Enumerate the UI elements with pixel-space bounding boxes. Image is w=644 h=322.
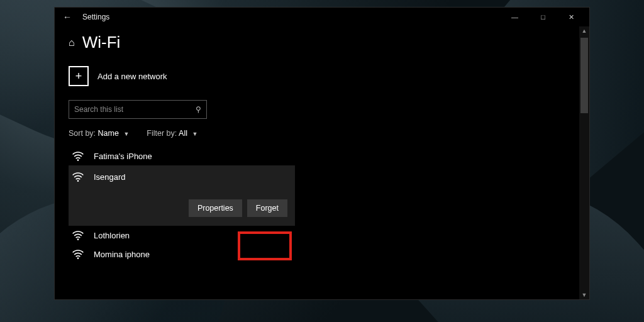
- home-icon[interactable]: ⌂: [69, 37, 75, 48]
- network-name: Isengard: [94, 172, 126, 182]
- network-item-selected[interactable]: Isengard Properties Forget: [69, 165, 295, 226]
- chevron-down-icon: ▼: [123, 131, 129, 137]
- close-button[interactable]: ✕: [557, 8, 586, 26]
- svg-point-2: [77, 238, 79, 240]
- search-box[interactable]: ⚲: [69, 100, 207, 119]
- titlebar: ← Settings — □ ✕: [55, 8, 589, 26]
- wifi-icon: [71, 230, 85, 240]
- svg-point-3: [77, 257, 79, 259]
- plus-icon: +: [69, 66, 89, 86]
- filter-by[interactable]: Filter by: All ▼: [147, 129, 197, 138]
- scroll-thumb[interactable]: [580, 38, 588, 113]
- sort-label: Sort by:: [69, 129, 96, 138]
- add-network-row[interactable]: + Add a new network: [69, 66, 589, 86]
- sort-value: Name: [98, 129, 119, 138]
- forget-button[interactable]: Forget: [247, 199, 287, 217]
- filter-value: All: [179, 129, 187, 138]
- back-button[interactable]: ←: [60, 12, 75, 22]
- app-title: Settings: [82, 13, 109, 21]
- minimize-button[interactable]: —: [501, 8, 529, 26]
- chevron-down-icon: ▼: [192, 131, 197, 137]
- search-input[interactable]: [74, 105, 196, 114]
- settings-window: ← Settings — □ ✕ ⌂ Wi-Fi + Add a new net…: [54, 7, 590, 300]
- svg-point-1: [77, 180, 79, 182]
- wifi-icon: [71, 172, 85, 182]
- scroll-up-icon[interactable]: ▲: [579, 28, 589, 34]
- wifi-icon: [71, 151, 85, 161]
- sort-by[interactable]: Sort by: Name ▼: [69, 129, 129, 138]
- add-network-label: Add a new network: [97, 72, 167, 81]
- maximize-button[interactable]: □: [529, 8, 557, 26]
- properties-button[interactable]: Properties: [189, 199, 242, 217]
- network-name: Lothlorien: [94, 231, 130, 240]
- search-icon[interactable]: ⚲: [196, 105, 201, 114]
- scroll-down-icon[interactable]: ▼: [579, 292, 589, 298]
- scrollbar[interactable]: ▲ ▼: [579, 26, 589, 299]
- wifi-icon: [71, 249, 85, 259]
- network-item[interactable]: Lothlorien: [69, 226, 295, 245]
- page-title: Wi-Fi: [82, 33, 121, 52]
- network-item[interactable]: Fatima's iPhone: [69, 147, 295, 165]
- network-name: Fatima's iPhone: [94, 152, 152, 161]
- network-name: Momina iphone: [94, 250, 150, 259]
- network-item[interactable]: Momina iphone: [69, 245, 295, 264]
- filter-label: Filter by:: [147, 129, 177, 138]
- svg-point-0: [77, 159, 79, 161]
- content-area: ⌂ Wi-Fi + Add a new network ⚲ Sort by: N…: [55, 26, 589, 299]
